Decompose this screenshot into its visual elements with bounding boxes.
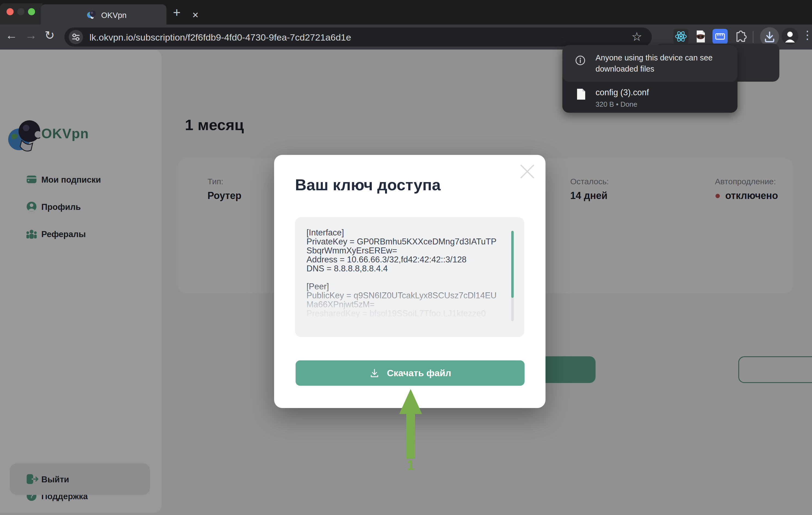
config-line: Address = 10.66.66.3/32,fd42:42:42::3/12… [307, 255, 497, 264]
react-devtools-extension-icon[interactable] [673, 29, 689, 44]
macos-close-button[interactable] [6, 8, 13, 15]
annotation-arrow [394, 388, 427, 460]
config-fade [295, 280, 524, 337]
scrollbar-thumb[interactable] [511, 231, 514, 298]
downloaded-file-meta: 320 B • Done [596, 100, 637, 109]
site-settings-icon[interactable] [69, 30, 83, 44]
download-popup-header: Anyone using this device can see downloa… [562, 45, 737, 82]
config-line: PrivateKey = GP0RBmhu5KXXceDMng7d3IATuTP… [307, 237, 497, 255]
close-icon[interactable] [518, 163, 536, 181]
bookmark-star-icon[interactable]: ☆ [632, 30, 642, 44]
download-popup: Anyone using this device can see downloa… [562, 45, 737, 113]
new-tab-icon[interactable]: + [173, 5, 180, 20]
modal-title: Ваш ключ доступа [295, 175, 440, 194]
config-scrollbar[interactable] [511, 231, 514, 321]
config-line: DNS = 8.8.8.8,8.8.4.4 [307, 264, 497, 273]
tab-close-icon[interactable]: ✕ [192, 10, 199, 20]
config-key-box: [Interface] PrivateKey = GP0RBmhu5KXXceD… [295, 217, 524, 337]
browser-tab[interactable]: OKVpn ✕ [41, 4, 167, 25]
toolbar-separator [753, 31, 754, 43]
access-key-modal: Ваш ключ доступа [Interface] PrivateKey … [274, 155, 546, 408]
info-icon [575, 55, 586, 66]
macos-fullscreen-button[interactable] [28, 8, 35, 15]
download-icon [369, 368, 380, 379]
annotation-step-number: 1 [394, 457, 427, 473]
address-bar[interactable]: lk.okvpn.io/subscription/f2f6fdb9-4fd0-4… [64, 27, 652, 47]
reload-icon[interactable]: ↻ [45, 28, 55, 42]
browser-menu-icon[interactable]: ⋮ [802, 28, 812, 42]
tab-title: OKVpn [101, 11, 127, 20]
browser-window: OKVpn ✕ + ← → ↻ lk.okvpn.io/subscription… [0, 0, 812, 515]
config-line: [Interface] [307, 228, 497, 237]
download-button-label: Скачать файл [387, 368, 451, 378]
mask-document-extension-icon[interactable] [693, 29, 708, 44]
download-file-button[interactable]: Скачать файл [296, 360, 525, 386]
macos-minimize-button[interactable] [18, 8, 25, 15]
back-icon[interactable]: ← [5, 28, 18, 42]
forward-icon[interactable]: → [25, 28, 37, 42]
profile-avatar[interactable] [782, 28, 799, 45]
download-notice-text: Anyone using this device can see downloa… [596, 52, 726, 75]
downloaded-file-name[interactable]: config (3).conf [596, 88, 649, 98]
file-icon [576, 88, 586, 100]
ruler-extension-icon[interactable] [713, 29, 728, 44]
tab-favicon [86, 10, 96, 20]
extensions-puzzle-icon[interactable] [733, 29, 748, 44]
tab-strip: OKVpn ✕ + [0, 0, 812, 25]
url-text[interactable]: lk.okvpn.io/subscription/f2f6fdb9-4fd0-4… [89, 32, 351, 43]
